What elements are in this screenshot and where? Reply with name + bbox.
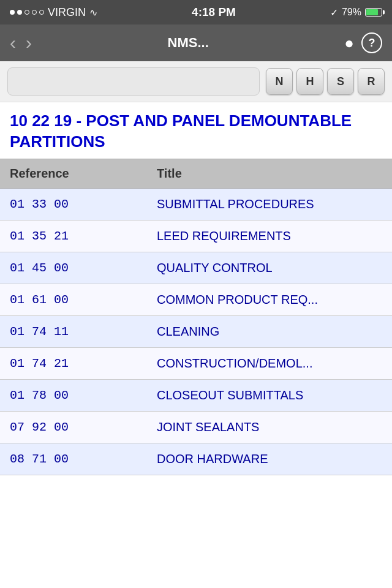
cell-title: DOOR HARDWARE — [147, 443, 392, 475]
data-table: Reference Title 01 33 00 SUBMITTAL PROCE… — [0, 159, 392, 475]
dot-2 — [17, 10, 22, 15]
battery-icon — [365, 8, 382, 17]
table-row[interactable]: 01 74 11 CLEANING — [0, 316, 392, 348]
cell-title: CLEANING — [147, 316, 392, 347]
cell-reference: 01 33 00 — [0, 189, 147, 220]
table-row[interactable]: 01 35 21 LEED REQUIREMENTS — [0, 221, 392, 252]
bluetooth-icon: ✓ — [330, 7, 338, 18]
cell-reference: 01 78 00 — [0, 380, 147, 411]
status-right: ✓ 79% — [330, 7, 382, 18]
cell-title: COMMON PRODUCT REQ... — [147, 284, 392, 315]
table-row[interactable]: 07 92 00 JOINT SEALANTS — [0, 412, 392, 443]
cell-reference: 01 45 00 — [0, 252, 147, 284]
header-reference: Reference — [0, 159, 147, 188]
table-row[interactable]: 01 45 00 QUALITY CONTROL — [0, 252, 392, 284]
cell-title: CLOSEOUT SUBMITTALS — [147, 380, 392, 411]
wifi-icon: ∿ — [89, 7, 97, 18]
status-left: VIRGIN ∿ — [10, 6, 97, 19]
nav-arrows: ‹ › — [10, 34, 32, 52]
cell-reference: 08 71 00 — [0, 443, 147, 475]
search-box[interactable] — [7, 67, 260, 96]
search-icon[interactable]: ● — [344, 34, 354, 53]
header-title: Title — [147, 159, 392, 188]
carrier-label: VIRGIN — [48, 6, 86, 19]
nav-bar: ‹ › NMS... ● ? — [0, 24, 392, 61]
back-arrow[interactable]: ‹ — [10, 34, 16, 52]
table-row[interactable]: 08 71 00 DOOR HARDWARE — [0, 443, 392, 475]
table-row[interactable]: 01 33 00 SUBMITTAL PROCEDURES — [0, 189, 392, 221]
table-header: Reference Title — [0, 159, 392, 189]
filter-buttons: N H S R — [266, 68, 385, 95]
cell-title: JOINT SEALANTS — [147, 412, 392, 443]
help-button[interactable]: ? — [361, 32, 382, 53]
cell-title: CONSTRUCTION/DEMOL... — [147, 348, 392, 379]
table-body: 01 33 00 SUBMITTAL PROCEDURES 01 35 21 L… — [0, 189, 392, 475]
cell-reference: 01 61 00 — [0, 284, 147, 315]
filter-n-button[interactable]: N — [266, 68, 293, 95]
status-time: 4:18 PM — [192, 6, 236, 19]
cell-title: QUALITY CONTROL — [147, 252, 392, 284]
cell-title: LEED REQUIREMENTS — [147, 221, 392, 252]
table-row[interactable]: 01 78 00 CLOSEOUT SUBMITTALS — [0, 380, 392, 412]
cell-reference: 07 92 00 — [0, 412, 147, 443]
dot-1 — [10, 10, 15, 15]
cell-reference: 01 35 21 — [0, 221, 147, 252]
forward-arrow[interactable]: › — [26, 34, 32, 52]
table-row[interactable]: 01 74 21 CONSTRUCTION/DEMOL... — [0, 348, 392, 380]
dot-5 — [39, 10, 44, 15]
dot-3 — [24, 10, 29, 15]
cell-reference: 01 74 11 — [0, 316, 147, 347]
filter-bar: N H S R — [0, 61, 392, 102]
cell-reference: 01 74 21 — [0, 348, 147, 379]
nav-title: NMS... — [39, 35, 337, 51]
filter-h-button[interactable]: H — [296, 68, 323, 95]
page-title: 10 22 19 - POST AND PANEL DEMOUNTABLE PA… — [0, 102, 392, 159]
table-row[interactable]: 01 61 00 COMMON PRODUCT REQ... — [0, 284, 392, 316]
cell-title: SUBMITTAL PROCEDURES — [147, 189, 392, 220]
filter-s-button[interactable]: S — [327, 68, 354, 95]
status-bar: VIRGIN ∿ 4:18 PM ✓ 79% — [0, 0, 392, 24]
help-label: ? — [369, 37, 375, 50]
battery-percent: 79% — [342, 7, 361, 18]
filter-r-button[interactable]: R — [358, 68, 385, 95]
signal-dots — [10, 10, 44, 15]
dot-4 — [32, 10, 37, 15]
